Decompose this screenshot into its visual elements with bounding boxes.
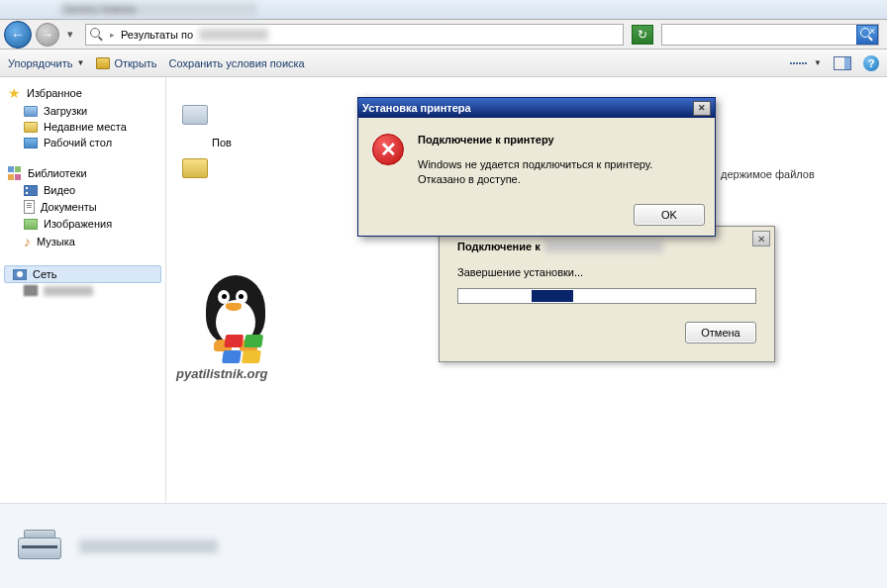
chevron-down-icon: ▼ bbox=[76, 58, 84, 67]
save-search-button[interactable]: Сохранить условия поиска bbox=[169, 57, 305, 69]
search-clear-button[interactable]: × bbox=[856, 25, 878, 45]
refresh-button[interactable]: ↻ bbox=[632, 25, 653, 45]
close-button[interactable]: ✕ bbox=[693, 101, 711, 116]
close-icon: × bbox=[869, 26, 875, 37]
navigation-pane: ★ Избранное Загрузки Недавние места Рабо… bbox=[0, 77, 166, 503]
error-heading: Подключение к принтеру bbox=[418, 134, 701, 146]
search-icon bbox=[90, 28, 104, 42]
sidebar-item-downloads[interactable]: Загрузки bbox=[0, 103, 165, 119]
details-pane bbox=[0, 503, 887, 588]
help-button[interactable]: ? bbox=[863, 55, 879, 71]
result-prefix: Пов bbox=[212, 137, 232, 148]
sidebar-item-label: Загрузки bbox=[44, 105, 87, 117]
sidebar-item-computer-blurred[interactable] bbox=[0, 283, 165, 298]
error-dialog: Установка принтера ✕ ✕ Подключение к при… bbox=[357, 97, 716, 237]
folder-share-icon bbox=[182, 158, 208, 178]
printer-icon bbox=[182, 105, 208, 125]
favorites-label: Избранное bbox=[27, 87, 82, 99]
sidebar-item-label: Музыка bbox=[37, 236, 75, 247]
error-message-line1: Windows не удается подключиться к принте… bbox=[418, 157, 701, 172]
result-item-share[interactable] bbox=[182, 158, 208, 178]
close-button[interactable]: ✕ bbox=[752, 231, 770, 246]
address-blurred bbox=[199, 29, 268, 41]
network-icon bbox=[13, 269, 27, 280]
details-name-blurred bbox=[79, 539, 218, 553]
sidebar-item-label: Документы bbox=[41, 201, 97, 213]
command-toolbar: Упорядочить ▼ Открыть Сохранить условия … bbox=[0, 49, 887, 77]
window-title-fragment: льтаты поиска bbox=[59, 3, 257, 17]
pictures-icon bbox=[24, 219, 38, 230]
view-options-button[interactable]: ▼ bbox=[788, 54, 822, 72]
sidebar-item-desktop[interactable]: Рабочий стол bbox=[0, 135, 165, 150]
result-row-label: Пов bbox=[212, 137, 232, 148]
search-value-blurred: ⠀⠀⠀⠀ bbox=[666, 28, 698, 41]
chevron-down-icon: ▼ bbox=[814, 58, 822, 67]
watermark-text: pyatilistnik.org bbox=[176, 366, 267, 381]
target-name-blurred bbox=[544, 241, 663, 252]
video-icon bbox=[24, 185, 38, 196]
address-bar[interactable]: ▸ Результаты по bbox=[85, 24, 624, 46]
libraries-icon bbox=[8, 166, 22, 180]
organize-label: Упорядочить bbox=[8, 57, 72, 69]
sidebar-item-documents[interactable]: Документы bbox=[0, 198, 165, 216]
result-item-printer[interactable] bbox=[182, 105, 208, 125]
libraries-label: Библиотеки bbox=[28, 167, 87, 179]
printer-icon bbox=[14, 528, 65, 565]
downloads-icon bbox=[24, 106, 38, 117]
sidebar-item-pictures[interactable]: Изображения bbox=[0, 216, 165, 232]
music-icon: ♪ bbox=[24, 234, 31, 249]
back-button[interactable]: ← bbox=[4, 21, 32, 49]
search-box[interactable]: ⠀⠀⠀⠀ × bbox=[661, 24, 879, 46]
error-dialog-titlebar[interactable]: Установка принтера ✕ bbox=[358, 98, 715, 118]
forward-button[interactable]: → bbox=[36, 23, 59, 47]
libraries-header[interactable]: Библиотеки bbox=[0, 164, 165, 182]
navigation-bar: ← → ▾ ▸ Результаты по ↻ ⠀⠀⠀⠀ × bbox=[0, 20, 887, 49]
window-titlebar: льтаты поиска bbox=[0, 0, 887, 20]
network-label: Сеть bbox=[33, 268, 56, 280]
progress-dialog: ✕ Подключение к Завершение установки... … bbox=[439, 226, 775, 362]
ok-label: OK bbox=[661, 209, 677, 221]
favorites-header[interactable]: ★ Избранное bbox=[0, 83, 165, 103]
nav-history-dropdown[interactable]: ▾ bbox=[63, 22, 77, 48]
folder-open-icon bbox=[96, 57, 110, 69]
computer-icon bbox=[24, 285, 38, 296]
favorites-group: ★ Избранное Загрузки Недавние места Рабо… bbox=[0, 83, 165, 150]
sidebar-item-label: Изображения bbox=[44, 218, 112, 230]
content-hint-text: держимое файлов bbox=[721, 168, 815, 180]
star-icon: ★ bbox=[8, 85, 21, 101]
address-text: Результаты по bbox=[121, 29, 193, 41]
cancel-label: Отмена bbox=[701, 327, 739, 339]
organize-menu[interactable]: Упорядочить ▼ bbox=[8, 57, 84, 69]
desktop-icon bbox=[24, 138, 38, 148]
sidebar-item-recent[interactable]: Недавние места bbox=[0, 119, 165, 135]
sidebar-item-network[interactable]: Сеть bbox=[4, 265, 161, 283]
ok-button[interactable]: OK bbox=[634, 204, 705, 226]
open-button[interactable]: Открыть bbox=[96, 57, 156, 69]
progress-status: Завершение установки... bbox=[457, 266, 756, 278]
sidebar-item-videos[interactable]: Видео bbox=[0, 182, 165, 198]
main-area: ★ Избранное Загрузки Недавние места Рабо… bbox=[0, 77, 887, 503]
connecting-to-label: Подключение к bbox=[457, 241, 541, 252]
sidebar-item-label: Недавние места bbox=[44, 121, 127, 133]
sidebar-item-label-blurred bbox=[44, 286, 93, 296]
chevron-right-icon: ▸ bbox=[110, 30, 115, 40]
cancel-button[interactable]: Отмена bbox=[685, 322, 756, 343]
sidebar-item-label: Видео bbox=[44, 184, 75, 196]
sidebar-item-music[interactable]: ♪ Музыка bbox=[0, 232, 165, 251]
sidebar-item-label: Рабочий стол bbox=[44, 137, 112, 148]
progress-marquee-chunk bbox=[532, 290, 573, 302]
watermark-logo: pyatilistnik.org bbox=[176, 275, 295, 394]
progress-bar bbox=[457, 288, 756, 304]
libraries-group: Библиотеки Видео Документы Изображения ♪… bbox=[0, 164, 165, 251]
recent-icon bbox=[24, 122, 38, 133]
preview-pane-icon bbox=[834, 56, 851, 70]
save-search-label: Сохранить условия поиска bbox=[169, 57, 305, 69]
error-icon: ✕ bbox=[372, 134, 404, 165]
preview-pane-button[interactable] bbox=[834, 56, 851, 70]
open-label: Открыть bbox=[114, 57, 156, 69]
view-icon bbox=[788, 54, 810, 72]
network-group: Сеть bbox=[0, 265, 165, 298]
error-message-line2: Отказано в доступе. bbox=[418, 172, 701, 187]
error-dialog-title: Установка принтера bbox=[362, 102, 471, 114]
progress-title-line: Подключение к bbox=[457, 241, 756, 252]
